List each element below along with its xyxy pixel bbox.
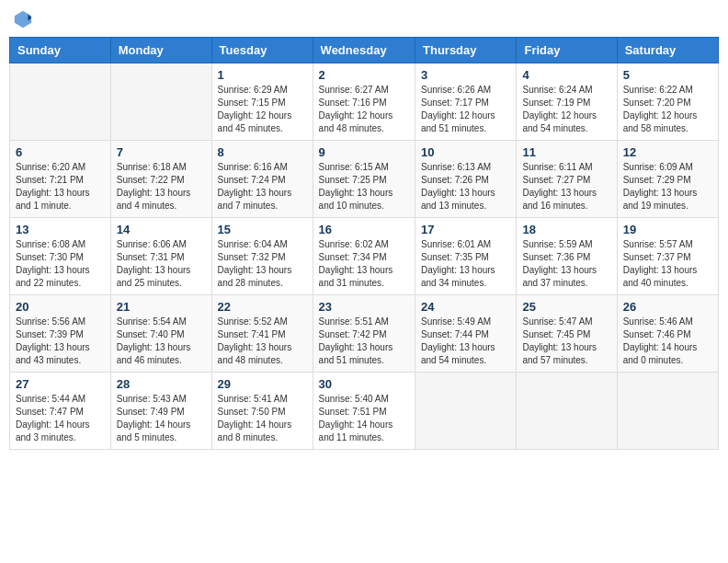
- calendar-cell: 30Sunrise: 5:40 AM Sunset: 7:51 PM Dayli…: [313, 373, 415, 450]
- calendar-cell: [110, 63, 211, 141]
- column-header-tuesday: Tuesday: [211, 38, 313, 63]
- calendar-cell: 18Sunrise: 5:59 AM Sunset: 7:36 PM Dayli…: [517, 218, 617, 295]
- day-info: Sunrise: 5:47 AM Sunset: 7:45 PM Dayligh…: [522, 316, 610, 367]
- day-info: Sunrise: 6:22 AM Sunset: 7:20 PM Dayligh…: [623, 84, 712, 135]
- day-number: 29: [218, 377, 307, 391]
- calendar-cell: [415, 373, 517, 450]
- day-number: 21: [117, 300, 206, 314]
- calendar-week-row: 6Sunrise: 6:20 AM Sunset: 7:21 PM Daylig…: [10, 141, 719, 218]
- day-number: 25: [522, 300, 610, 314]
- day-info: Sunrise: 5:59 AM Sunset: 7:36 PM Dayligh…: [522, 238, 610, 290]
- column-header-friday: Friday: [517, 38, 617, 63]
- calendar-cell: 9Sunrise: 6:15 AM Sunset: 7:25 PM Daylig…: [313, 141, 415, 218]
- column-header-saturday: Saturday: [617, 38, 718, 63]
- day-number: 3: [421, 68, 510, 82]
- calendar-week-row: 20Sunrise: 5:56 AM Sunset: 7:39 PM Dayli…: [10, 295, 719, 373]
- calendar-cell: 24Sunrise: 5:49 AM Sunset: 7:44 PM Dayli…: [415, 295, 517, 373]
- day-info: Sunrise: 6:11 AM Sunset: 7:27 PM Dayligh…: [522, 161, 610, 213]
- calendar-cell: 7Sunrise: 6:18 AM Sunset: 7:22 PM Daylig…: [110, 141, 211, 218]
- calendar-cell: 28Sunrise: 5:43 AM Sunset: 7:49 PM Dayli…: [110, 373, 211, 450]
- calendar-cell: 11Sunrise: 6:11 AM Sunset: 7:27 PM Dayli…: [517, 141, 617, 218]
- day-info: Sunrise: 6:26 AM Sunset: 7:17 PM Dayligh…: [421, 84, 510, 135]
- calendar-cell: 10Sunrise: 6:13 AM Sunset: 7:26 PM Dayli…: [415, 141, 517, 218]
- column-header-sunday: Sunday: [10, 38, 111, 63]
- day-info: Sunrise: 5:46 AM Sunset: 7:46 PM Dayligh…: [623, 316, 712, 367]
- day-info: Sunrise: 6:29 AM Sunset: 7:15 PM Dayligh…: [218, 84, 307, 135]
- calendar-cell: 5Sunrise: 6:22 AM Sunset: 7:20 PM Daylig…: [617, 63, 718, 141]
- page-header: [9, 9, 719, 29]
- calendar-cell: 23Sunrise: 5:51 AM Sunset: 7:42 PM Dayli…: [313, 295, 415, 373]
- day-number: 12: [623, 145, 712, 159]
- calendar-cell: 4Sunrise: 6:24 AM Sunset: 7:19 PM Daylig…: [517, 63, 617, 141]
- day-number: 17: [421, 223, 510, 236]
- day-info: Sunrise: 5:49 AM Sunset: 7:44 PM Dayligh…: [421, 316, 510, 367]
- column-header-thursday: Thursday: [415, 38, 517, 63]
- calendar-cell: 16Sunrise: 6:02 AM Sunset: 7:34 PM Dayli…: [313, 218, 415, 295]
- calendar-header-row: SundayMondayTuesdayWednesdayThursdayFrid…: [10, 38, 719, 63]
- day-info: Sunrise: 5:57 AM Sunset: 7:37 PM Dayligh…: [623, 238, 712, 290]
- day-number: 19: [623, 223, 712, 236]
- calendar-cell: 29Sunrise: 5:41 AM Sunset: 7:50 PM Dayli…: [211, 373, 313, 450]
- day-number: 24: [421, 300, 510, 314]
- calendar-cell: 21Sunrise: 5:54 AM Sunset: 7:40 PM Dayli…: [110, 295, 211, 373]
- day-number: 30: [319, 377, 409, 391]
- day-info: Sunrise: 5:56 AM Sunset: 7:39 PM Dayligh…: [16, 316, 105, 367]
- day-info: Sunrise: 5:51 AM Sunset: 7:42 PM Dayligh…: [319, 316, 409, 367]
- column-header-wednesday: Wednesday: [313, 38, 415, 63]
- calendar-cell: 25Sunrise: 5:47 AM Sunset: 7:45 PM Dayli…: [517, 295, 617, 373]
- column-header-monday: Monday: [110, 38, 211, 63]
- logo: [13, 9, 35, 29]
- day-number: 9: [319, 145, 409, 159]
- day-info: Sunrise: 6:16 AM Sunset: 7:24 PM Dayligh…: [218, 161, 307, 213]
- calendar-week-row: 27Sunrise: 5:44 AM Sunset: 7:47 PM Dayli…: [10, 373, 719, 450]
- day-number: 4: [522, 68, 610, 82]
- day-info: Sunrise: 6:15 AM Sunset: 7:25 PM Dayligh…: [319, 161, 409, 213]
- day-number: 10: [421, 145, 510, 159]
- day-number: 27: [16, 377, 105, 391]
- day-info: Sunrise: 6:24 AM Sunset: 7:19 PM Dayligh…: [522, 84, 610, 135]
- day-number: 23: [319, 300, 409, 314]
- logo-icon: [13, 9, 33, 29]
- calendar-cell: 6Sunrise: 6:20 AM Sunset: 7:21 PM Daylig…: [10, 141, 111, 218]
- day-info: Sunrise: 5:54 AM Sunset: 7:40 PM Dayligh…: [117, 316, 206, 367]
- calendar-cell: 13Sunrise: 6:08 AM Sunset: 7:30 PM Dayli…: [10, 218, 111, 295]
- calendar-week-row: 1Sunrise: 6:29 AM Sunset: 7:15 PM Daylig…: [10, 63, 719, 141]
- calendar-cell: 12Sunrise: 6:09 AM Sunset: 7:29 PM Dayli…: [617, 141, 718, 218]
- day-info: Sunrise: 6:27 AM Sunset: 7:16 PM Dayligh…: [319, 84, 409, 135]
- day-info: Sunrise: 6:02 AM Sunset: 7:34 PM Dayligh…: [319, 238, 409, 290]
- day-number: 11: [522, 145, 610, 159]
- calendar-table: SundayMondayTuesdayWednesdayThursdayFrid…: [9, 37, 719, 450]
- day-number: 2: [319, 68, 409, 82]
- calendar-cell: 15Sunrise: 6:04 AM Sunset: 7:32 PM Dayli…: [211, 218, 313, 295]
- day-number: 6: [16, 145, 105, 159]
- day-number: 13: [16, 223, 105, 236]
- day-info: Sunrise: 6:04 AM Sunset: 7:32 PM Dayligh…: [218, 238, 307, 290]
- day-info: Sunrise: 5:43 AM Sunset: 7:49 PM Dayligh…: [117, 393, 206, 444]
- calendar-cell: [10, 63, 111, 141]
- calendar-cell: 19Sunrise: 5:57 AM Sunset: 7:37 PM Dayli…: [617, 218, 718, 295]
- day-number: 14: [117, 223, 206, 236]
- day-number: 8: [218, 145, 307, 159]
- calendar-cell: 1Sunrise: 6:29 AM Sunset: 7:15 PM Daylig…: [211, 63, 313, 141]
- day-info: Sunrise: 5:40 AM Sunset: 7:51 PM Dayligh…: [319, 393, 409, 444]
- day-number: 26: [623, 300, 712, 314]
- day-number: 20: [16, 300, 105, 314]
- day-info: Sunrise: 6:09 AM Sunset: 7:29 PM Dayligh…: [623, 161, 712, 213]
- day-number: 7: [117, 145, 206, 159]
- day-info: Sunrise: 5:41 AM Sunset: 7:50 PM Dayligh…: [218, 393, 307, 444]
- day-info: Sunrise: 5:52 AM Sunset: 7:41 PM Dayligh…: [218, 316, 307, 367]
- calendar-cell: 20Sunrise: 5:56 AM Sunset: 7:39 PM Dayli…: [10, 295, 111, 373]
- day-number: 5: [623, 68, 712, 82]
- calendar-cell: 2Sunrise: 6:27 AM Sunset: 7:16 PM Daylig…: [313, 63, 415, 141]
- day-number: 28: [117, 377, 206, 391]
- day-number: 16: [319, 223, 409, 236]
- day-info: Sunrise: 6:01 AM Sunset: 7:35 PM Dayligh…: [421, 238, 510, 290]
- calendar-cell: 26Sunrise: 5:46 AM Sunset: 7:46 PM Dayli…: [617, 295, 718, 373]
- day-number: 22: [218, 300, 307, 314]
- calendar-cell: 14Sunrise: 6:06 AM Sunset: 7:31 PM Dayli…: [110, 218, 211, 295]
- calendar-cell: 17Sunrise: 6:01 AM Sunset: 7:35 PM Dayli…: [415, 218, 517, 295]
- day-info: Sunrise: 6:13 AM Sunset: 7:26 PM Dayligh…: [421, 161, 510, 213]
- calendar-cell: 3Sunrise: 6:26 AM Sunset: 7:17 PM Daylig…: [415, 63, 517, 141]
- calendar-cell: 27Sunrise: 5:44 AM Sunset: 7:47 PM Dayli…: [10, 373, 111, 450]
- day-info: Sunrise: 6:20 AM Sunset: 7:21 PM Dayligh…: [16, 161, 105, 213]
